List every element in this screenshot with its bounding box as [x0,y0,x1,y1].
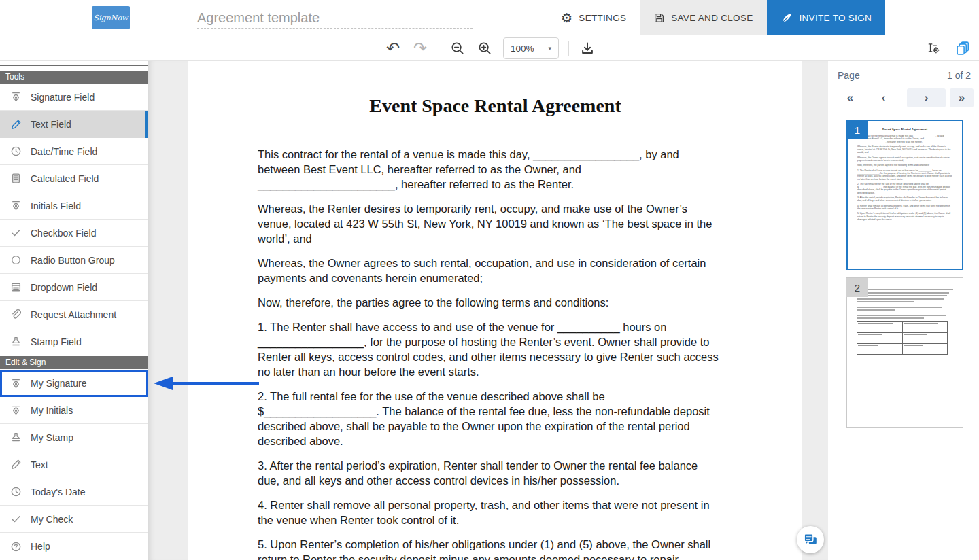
document-body: This contract for the rental of a venue … [188,117,802,560]
sidebar-item-calculated-field[interactable]: Calculated Field [0,165,148,192]
dropdown-list-icon [10,281,22,293]
top-header: SignNow ⚙ SETTINGS SAVE AND CLOSE [0,0,979,35]
sidebar-item-todays-date[interactable]: Today's Date [0,478,148,506]
zoom-out-button[interactable] [449,39,466,57]
thumbnail-paragraph: Whereas, the Owner agrees to such rental… [857,156,952,162]
stamp-icon [10,336,22,347]
chevron-down-icon: ▾ [548,45,551,52]
thumbnail-paragraph: Now, therefore, the parties agree to the… [857,164,952,167]
pages-panel: Page 1 of 2 « ‹ › » 1 Event Space Rental… [828,61,979,560]
pages-panel-button[interactable] [955,39,972,57]
stamp-icon [10,432,22,443]
sidebar-item-label: Request Attachment [31,309,116,320]
page-label: Page [838,70,860,81]
redo-button[interactable]: ↷ [411,39,429,57]
doc-paragraph: Whereas, the Renter desires to temporari… [258,201,722,246]
fields-sidebar: Tools Signature Field Text Field Date/Ti… [0,61,148,560]
download-button[interactable] [579,39,596,57]
calculator-icon [10,173,22,184]
invite-to-sign-button[interactable]: INVITE TO SIGN [767,0,885,35]
doc-paragraph: 4. Renter shall remove all personal prop… [258,497,722,527]
sidebar-item-checkbox-field[interactable]: Checkbox Field [0,220,148,247]
sidebar-item-text[interactable]: Text [0,451,148,478]
chevron-right-icon: › [925,91,929,105]
pen-nib-icon [10,404,22,416]
toolbar-divider [568,41,569,56]
pointer-arrow [152,375,259,391]
field-settings-button[interactable] [925,39,942,57]
sidebar-item-signature-field[interactable]: Signature Field [0,84,148,111]
sidebar-item-radio-button-group[interactable]: Radio Button Group [0,247,148,274]
page-thumbnail-1[interactable]: 1 Event Space Rental Agreement This cont… [846,120,963,270]
double-chevron-left-icon: « [847,91,853,105]
doc-paragraph: 1. The Renter shall have access to and u… [258,319,722,379]
sidebar-item-label: My Signature [31,378,86,389]
support-chat-button[interactable] [797,526,824,553]
edit-sign-section-header: Edit & Sign [0,356,148,369]
editor-toolbar: ↶ ↷ 100% [0,35,979,61]
check-icon [10,227,22,239]
page-thumbnail-2[interactable]: 2 [846,277,963,428]
stacked-pages-icon [957,41,970,55]
sidebar-item-label: Signature Field [31,92,95,103]
paperclip-icon [10,309,22,320]
thumbnail-paragraph: 1. The Renter shall have access to and u… [857,169,952,181]
sidebar-item-label: My Initials [31,405,73,416]
first-page-button[interactable]: « [838,88,863,107]
sidebar-item-text-field[interactable]: Text Field [0,111,148,138]
sidebar-item-my-initials[interactable]: My Initials [0,397,148,424]
sidebar-item-my-check[interactable]: My Check [0,506,148,533]
quill-icon [780,12,793,24]
previous-page-button[interactable]: ‹ [871,88,896,107]
sidebar-item-initials-field[interactable]: Initials Field [0,192,148,220]
invite-to-sign-label: INVITE TO SIGN [800,13,872,23]
chevron-left-icon: ‹ [882,91,886,105]
settings-label: SETTINGS [579,13,626,23]
zoom-in-button[interactable] [476,39,494,57]
sidebar-item-my-signature[interactable]: My Signature [0,370,148,397]
toolbar-divider [439,41,439,56]
selected-indicator [145,111,148,138]
sidebar-item-help[interactable]: Help [0,533,148,560]
radio-circle-icon [10,254,22,266]
next-page-button[interactable]: › [907,88,946,107]
pen-nib-icon [10,200,22,211]
document-title-input[interactable] [197,8,473,29]
double-chevron-right-icon: » [959,91,965,105]
page-count: 1 of 2 [947,70,971,81]
sidebar-item-date-time-field[interactable]: Date/Time Field [0,138,148,165]
zoom-level-value: 100% [511,43,534,54]
download-icon [581,41,594,55]
settings-button[interactable]: ⚙ SETTINGS [547,0,640,35]
thumbnail-paragraph: 2. The full rental fee for the use of th… [857,183,952,194]
sidebar-item-label: Text [31,459,48,470]
sidebar-item-dropdown-field[interactable]: Dropdown Field [0,274,148,301]
thumbnail-paragraph: 5. Upon Renter’s completion of his/her o… [857,212,952,221]
sidebar-item-label: Date/Time Field [31,146,97,157]
signnow-logo[interactable]: SignNow [92,6,130,29]
zoom-out-icon [451,41,464,55]
clock-icon [10,145,22,157]
save-and-close-label: SAVE AND CLOSE [671,13,753,23]
undo-button[interactable]: ↶ [384,39,402,57]
sidebar-item-request-attachment[interactable]: Request Attachment [0,301,148,328]
sidebar-item-my-stamp[interactable]: My Stamp [0,424,148,451]
document-page[interactable]: Event Space Rental Agreement This contra… [188,61,802,560]
page-number-badge: 1 [846,120,868,139]
thumbnail-paragraph: This contract for the rental of a venue … [857,135,952,143]
page-number-badge: 2 [846,278,868,297]
doc-paragraph: 2. The full rental fee for the use of th… [258,389,722,449]
tools-section-header: Tools [0,71,148,84]
check-icon [10,513,22,525]
sidebar-item-label: Calculated Field [31,173,99,184]
save-and-close-button[interactable]: SAVE AND CLOSE [640,0,766,35]
sidebar-item-stamp-field[interactable]: Stamp Field [0,328,148,355]
doc-paragraph: 5. Upon Renter’s completion of his/her o… [258,537,722,560]
doc-paragraph: Now, therefore, the parties agree to the… [258,295,722,310]
clock-icon [10,486,22,497]
floppy-disk-icon [653,12,665,24]
zoom-level-select[interactable]: 100% ▾ [503,37,559,59]
doc-paragraph: Whereas, the Owner agrees to such rental… [258,256,722,285]
last-page-button[interactable]: » [950,88,974,107]
gear-icon: ⚙ [561,12,572,24]
